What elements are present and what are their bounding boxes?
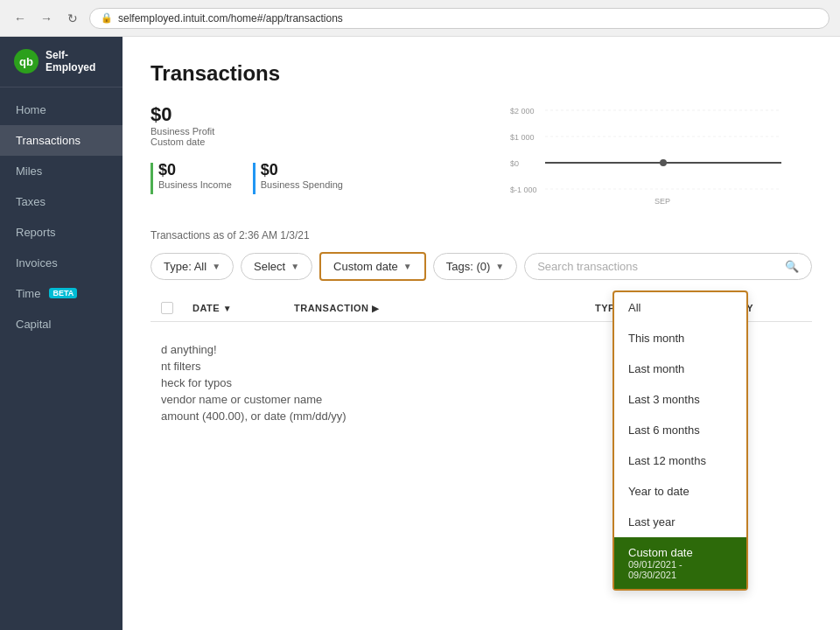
sidebar-item-taxes[interactable]: Taxes xyxy=(0,186,122,217)
chart-area: $2 000 $1 000 $0 $-1 000 SEP xyxy=(488,103,812,212)
date-option-year-to-date[interactable]: Year to date xyxy=(614,476,746,507)
qb-logo-icon: qb xyxy=(14,49,38,74)
sidebar-item-miles[interactable]: Miles xyxy=(0,156,122,186)
page-title: Transactions xyxy=(150,61,812,86)
back-button[interactable]: ← xyxy=(10,9,30,28)
transaction-column-header[interactable]: TRANSACTION ▶ xyxy=(294,303,581,313)
sidebar-item-capital[interactable]: Capital xyxy=(0,309,122,340)
tags-chevron-icon: ▼ xyxy=(495,262,504,271)
custom-date-label: Custom date xyxy=(150,136,474,147)
forward-button[interactable]: → xyxy=(37,9,56,28)
custom-date-filter-label: Custom date xyxy=(333,260,398,273)
sidebar: qb Self-Employed Home Transactions Miles… xyxy=(0,37,122,630)
business-income-amount: $0 xyxy=(158,161,232,179)
app-container: qb Self-Employed Home Transactions Miles… xyxy=(0,37,840,630)
sidebar-item-home[interactable]: Home xyxy=(0,94,122,125)
date-option-custom-date[interactable]: Custom date 09/01/2021 - 09/30/2021 xyxy=(614,537,746,589)
sidebar-item-invoices[interactable]: Invoices xyxy=(0,248,122,278)
reload-button[interactable]: ↻ xyxy=(63,9,82,28)
sidebar-label-taxes: Taxes xyxy=(16,195,46,208)
lock-icon: 🔒 xyxy=(101,12,113,24)
search-icon: 🔍 xyxy=(785,260,799,273)
svg-text:$0: $0 xyxy=(510,159,519,168)
beta-badge: BETA xyxy=(49,288,77,298)
sidebar-item-reports[interactable]: Reports xyxy=(0,217,122,248)
sidebar-label-reports: Reports xyxy=(16,226,56,239)
select-chevron-icon: ▼ xyxy=(290,262,299,271)
transactions-header: Transactions as of 2:36 AM 1/3/21 Type: … xyxy=(150,229,812,281)
custom-date-range: 09/01/2021 - 09/30/2021 xyxy=(628,559,732,580)
sidebar-label-capital: Capital xyxy=(16,318,51,331)
type-filter-dropdown[interactable]: Type: All ▼ xyxy=(150,253,234,280)
svg-point-9 xyxy=(660,159,667,166)
sidebar-item-time[interactable]: Time BETA xyxy=(0,278,122,309)
business-spending-item: $0 Business Spending xyxy=(253,161,343,194)
search-box[interactable]: Search transactions 🔍 xyxy=(524,253,812,280)
filter-bar: Type: All ▼ Select ▼ Custom date ▼ Tags:… xyxy=(150,252,812,281)
svg-text:$-1 000: $-1 000 xyxy=(510,186,537,194)
sidebar-nav: Home Transactions Miles Taxes Reports In… xyxy=(0,88,122,630)
transaction-sort-icon: ▶ xyxy=(372,304,380,313)
business-income-item: $0 Business Income xyxy=(150,161,232,194)
custom-date-option-label: Custom date xyxy=(628,546,693,559)
tags-filter-dropdown[interactable]: Tags: (0) ▼ xyxy=(433,253,517,280)
business-profit-amount: $0 xyxy=(150,103,474,126)
date-header-label: DATE xyxy=(192,303,220,313)
stats-panel: $0 Business Profit Custom date $0 Busine… xyxy=(150,103,474,194)
business-spending-amount: $0 xyxy=(261,161,343,179)
select-all-checkbox[interactable] xyxy=(161,302,173,314)
url-bar[interactable]: 🔒 selfemployed.intuit.com/home#/app/tran… xyxy=(89,8,830,29)
date-chevron-icon: ▼ xyxy=(403,262,412,271)
svg-text:SEP: SEP xyxy=(654,197,670,206)
date-option-this-month[interactable]: This month xyxy=(614,323,746,354)
date-option-last-year[interactable]: Last year xyxy=(614,507,746,537)
sidebar-item-transactions[interactable]: Transactions xyxy=(0,125,122,156)
date-dropdown-menu: All This month Last month Last 3 months … xyxy=(612,290,748,591)
select-filter-label: Select xyxy=(254,260,285,273)
date-sort-icon: ▼ xyxy=(223,304,232,313)
type-filter-label: Type: All xyxy=(164,260,206,273)
income-bar-blue xyxy=(253,163,256,194)
date-column-header[interactable]: DATE ▼ xyxy=(192,303,280,313)
date-option-last-6-months[interactable]: Last 6 months xyxy=(614,415,746,445)
date-option-last-3-months[interactable]: Last 3 months xyxy=(614,384,746,415)
date-option-last-month[interactable]: Last month xyxy=(614,354,746,384)
url-text: selfemployed.intuit.com/home#/app/transa… xyxy=(118,12,343,24)
sidebar-logo: qb Self-Employed xyxy=(0,37,122,88)
income-bar-green xyxy=(150,163,153,194)
income-spending: $0 Business Income $0 Business Spending xyxy=(150,161,474,194)
sidebar-label-time: Time xyxy=(16,287,40,300)
search-placeholder-text: Search transactions xyxy=(537,260,638,273)
sidebar-label-home: Home xyxy=(16,103,46,116)
sidebar-label-invoices: Invoices xyxy=(16,256,58,270)
business-income-label: Business Income xyxy=(158,179,232,190)
custom-date-dropdown[interactable]: Custom date ▼ xyxy=(319,252,426,281)
chart-svg: $2 000 $1 000 $0 $-1 000 SEP xyxy=(488,103,812,208)
type-chevron-icon: ▼ xyxy=(212,262,220,271)
sidebar-label-transactions: Transactions xyxy=(16,134,80,147)
transactions-timestamp: Transactions as of 2:36 AM 1/3/21 xyxy=(150,229,812,242)
business-profit-label: Business Profit xyxy=(150,126,474,136)
main-content: Transactions $0 Business Profit Custom d… xyxy=(122,37,840,630)
select-filter-dropdown[interactable]: Select ▼ xyxy=(241,253,312,280)
svg-text:$1 000: $1 000 xyxy=(510,133,535,142)
browser-toolbar: ← → ↻ 🔒 selfemployed.intuit.com/home#/ap… xyxy=(0,0,840,37)
transaction-header-label: TRANSACTION xyxy=(294,303,369,313)
date-option-last-12-months[interactable]: Last 12 months xyxy=(614,445,746,476)
sidebar-label-miles: Miles xyxy=(16,164,42,178)
tags-filter-label: Tags: (0) xyxy=(446,260,491,273)
sidebar-brand-name: Self-Employed xyxy=(46,49,108,74)
business-spending-label: Business Spending xyxy=(261,179,343,190)
date-option-all[interactable]: All xyxy=(614,292,746,323)
svg-text:$2 000: $2 000 xyxy=(510,107,535,116)
